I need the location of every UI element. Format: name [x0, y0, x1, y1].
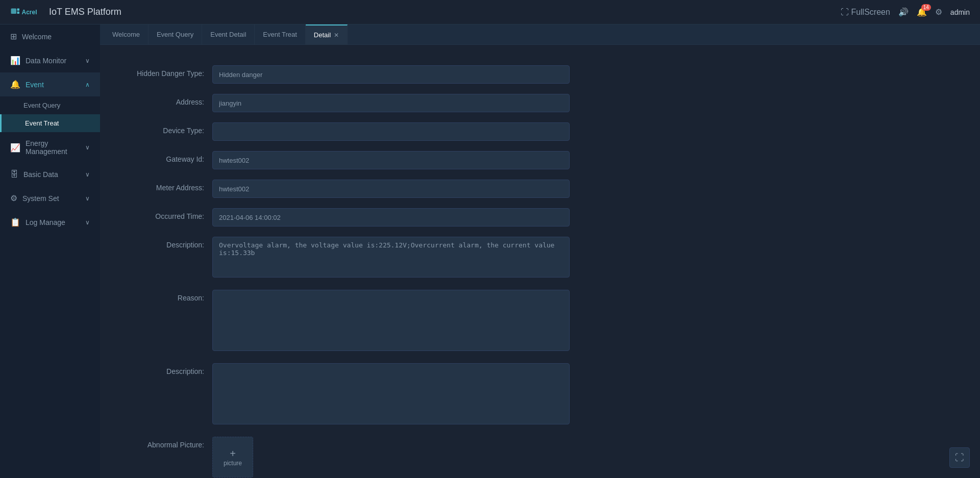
description2-textarea[interactable] [212, 363, 570, 424]
device-type-label: Device Type: [131, 122, 212, 135]
tabs-bar: Welcome Event Query Event Detail Event T… [100, 24, 980, 45]
sidebar-item-data-monitor[interactable]: 📊 Data Monitor ∨ [0, 48, 100, 72]
log-manage-expand-icon: ∨ [85, 219, 90, 226]
meter-address-field [212, 180, 570, 198]
device-type-field [212, 122, 570, 141]
sidebar-item-energy-management[interactable]: 📈 Energy Management ∨ [0, 132, 100, 163]
reason-field [212, 290, 570, 353]
tab-event-query[interactable]: Event Query [149, 24, 202, 45]
gateway-id-input[interactable] [212, 151, 570, 169]
hidden-danger-type-label: Hidden Danger Type: [131, 65, 212, 78]
form-row-address: Address: [131, 94, 949, 112]
tab-event-detail-label: Event Detail [210, 31, 246, 38]
logo-icon: Acrel [10, 4, 41, 20]
description1-label: Description: [131, 237, 212, 249]
gateway-id-field [212, 151, 570, 169]
form-row-device-type: Device Type: [131, 122, 949, 141]
form-row-occurred-time: Occurred Time: [131, 208, 949, 227]
form-row-abnormal-picture: Abnormal Picture: + picture [131, 437, 949, 477]
welcome-icon: ⊞ [10, 32, 17, 41]
abnormal-picture-upload-button[interactable]: + picture [212, 437, 253, 477]
logo-area: Acrel [10, 4, 41, 20]
hidden-danger-type-input[interactable] [212, 65, 570, 84]
notification-button[interactable]: 🔔 14 [917, 7, 927, 17]
sidebar-item-energy-management-label: Energy Management [26, 139, 80, 156]
event-expand-icon: ∧ [85, 81, 90, 88]
form-row-meter-address: Meter Address: [131, 180, 949, 198]
sidebar-item-log-manage-label: Log Manage [26, 218, 65, 227]
form-row-gateway-id: Gateway Id: [131, 151, 949, 169]
tab-welcome-label: Welcome [112, 31, 140, 38]
description2-label: Description: [131, 363, 212, 375]
meter-address-label: Meter Address: [131, 180, 212, 192]
description1-textarea[interactable]: Overvoltage alarm, the voltage value is:… [212, 237, 570, 278]
description2-field [212, 363, 570, 426]
meter-address-input[interactable] [212, 180, 570, 198]
sidebar-item-event-label: Event [26, 81, 44, 89]
gateway-id-label: Gateway Id: [131, 151, 212, 163]
tab-detail-close-button[interactable]: ✕ [334, 32, 339, 39]
svg-rect-0 [11, 8, 17, 14]
header-right: ⛶ FullScreen 🔊 🔔 14 ⚙ admin [841, 7, 970, 17]
form-row-hidden-danger-type: Hidden Danger Type: [131, 65, 949, 84]
occurred-time-label: Occurred Time: [131, 208, 212, 220]
reason-textarea[interactable] [212, 290, 570, 351]
occurred-time-field [212, 208, 570, 227]
system-set-expand-icon: ∨ [85, 195, 90, 202]
abnormal-picture-label: Abnormal Picture: [131, 437, 212, 449]
settings-icon[interactable]: ⚙ [935, 7, 942, 17]
basic-data-expand-icon: ∨ [85, 171, 90, 178]
log-manage-icon: 📋 [10, 217, 20, 227]
notification-badge: 14 [921, 4, 931, 11]
tab-event-query-label: Event Query [157, 31, 193, 38]
sidebar-item-log-manage[interactable]: 📋 Log Manage ∨ [0, 210, 100, 234]
volume-icon[interactable]: 🔊 [898, 7, 909, 17]
hidden-danger-type-field [212, 65, 570, 84]
system-set-icon: ⚙ [10, 193, 17, 203]
main-layout: ⊞ Welcome 📊 Data Monitor ∨ 🔔 Event ∧ Eve… [0, 24, 980, 478]
tab-event-detail[interactable]: Event Detail [202, 24, 255, 45]
reason-label: Reason: [131, 290, 212, 302]
form-row-description2: Description: [131, 363, 949, 426]
sidebar-subitem-event-treat[interactable]: Event Treat [0, 114, 100, 132]
svg-rect-1 [17, 8, 20, 11]
screenshot-icon: ⛶ [955, 452, 964, 463]
form-content: Hidden Danger Type: Address: Device Type… [100, 45, 980, 478]
tab-welcome[interactable]: Welcome [104, 24, 149, 45]
sidebar-item-data-monitor-label: Data Monitor [26, 57, 66, 65]
description1-field: Overvoltage alarm, the voltage value is:… [212, 237, 570, 280]
energy-management-icon: 📈 [10, 143, 20, 153]
svg-rect-2 [17, 11, 20, 14]
sidebar-subitem-event-query[interactable]: Event Query [0, 96, 100, 114]
svg-text:Acrel: Acrel [22, 8, 37, 15]
sidebar: ⊞ Welcome 📊 Data Monitor ∨ 🔔 Event ∧ Eve… [0, 24, 100, 478]
form-row-reason: Reason: [131, 290, 949, 353]
sidebar-item-system-set-label: System Set [22, 194, 59, 203]
sidebar-item-basic-data[interactable]: 🗄 Basic Data ∨ [0, 163, 100, 186]
sidebar-item-event[interactable]: 🔔 Event ∧ [0, 72, 100, 96]
admin-label: admin [950, 8, 970, 16]
energy-expand-icon: ∨ [85, 144, 90, 151]
address-input[interactable] [212, 94, 570, 112]
device-type-input[interactable] [212, 122, 570, 141]
content-area: Welcome Event Query Event Detail Event T… [100, 24, 980, 478]
data-monitor-icon: 📊 [10, 56, 20, 65]
tab-detail[interactable]: Detail ✕ [306, 24, 348, 45]
basic-data-icon: 🗄 [10, 170, 18, 179]
sidebar-item-welcome[interactable]: ⊞ Welcome [0, 24, 100, 48]
picture-label: picture [224, 460, 242, 467]
tab-event-treat-label: Event Treat [263, 31, 297, 38]
page-title: IoT EMS Platform [49, 7, 121, 17]
header-left: Acrel IoT EMS Platform [10, 4, 121, 20]
fullscreen-button[interactable]: ⛶ FullScreen [841, 8, 890, 17]
occurred-time-input[interactable] [212, 208, 570, 227]
plus-icon: + [230, 448, 236, 460]
event-icon: 🔔 [10, 80, 20, 89]
tab-detail-label: Detail [314, 31, 331, 39]
top-header: Acrel IoT EMS Platform ⛶ FullScreen 🔊 🔔 … [0, 0, 980, 24]
tab-event-treat[interactable]: Event Treat [255, 24, 305, 45]
sidebar-item-system-set[interactable]: ⚙ System Set ∨ [0, 186, 100, 210]
sidebar-item-welcome-label: Welcome [22, 33, 52, 41]
screenshot-button[interactable]: ⛶ [949, 447, 970, 468]
form-row-description1: Description: Overvoltage alarm, the volt… [131, 237, 949, 280]
